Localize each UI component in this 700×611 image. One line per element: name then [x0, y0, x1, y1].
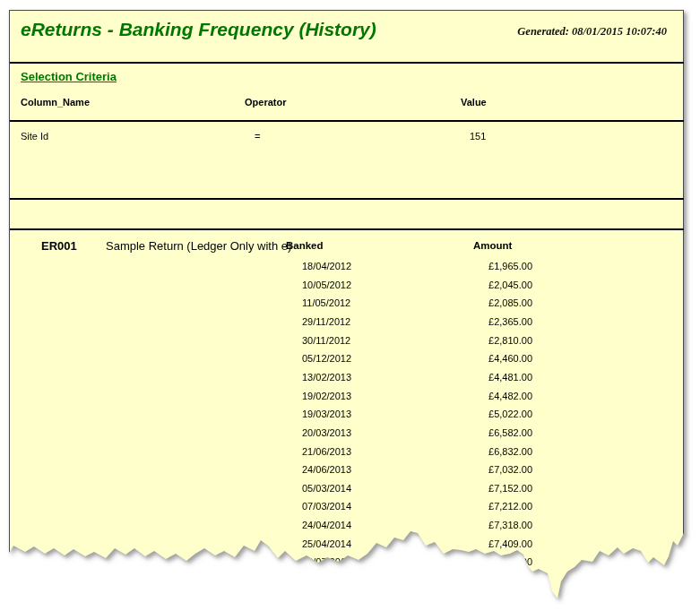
banked-date-cell: 18/04/2012	[302, 261, 351, 271]
amount-cell: £4,481.00	[461, 372, 532, 383]
banked-date-cell: 07/03/2014	[302, 501, 351, 512]
amount-cell: £7,032.00	[461, 464, 532, 475]
divider-section-top	[10, 198, 685, 200]
report-page-shadow: eReturns - Banking Frequency (History) G…	[0, 0, 700, 611]
amount-cell: £2,045.00	[461, 280, 532, 290]
banked-date-cell: 19/03/2013	[302, 409, 351, 419]
banked-date-cell: 13/02/2013	[302, 372, 351, 383]
table-row: 13/02/2013 £4,481.00	[10, 372, 685, 390]
table-row: 24/04/2014 £7,318.00	[10, 520, 685, 538]
amount-cell: £7,152.00	[461, 483, 532, 494]
amount-cell: £7,509.00	[461, 556, 532, 567]
banked-date-cell: 20/03/2013	[302, 427, 351, 438]
table-row: 24/06/2013 £7,032.00	[10, 464, 685, 482]
table-row: 05/12/2012 £4,460.00	[10, 353, 685, 371]
banked-date-cell: 05/03/2014	[302, 483, 351, 494]
table-row: 18/04/2012 £1,965.00	[10, 261, 685, 279]
column-header-operator: Operator	[245, 97, 286, 108]
divider-criteria-header	[10, 120, 685, 122]
banked-date-cell: 25/04/2014	[302, 538, 351, 549]
amount-cell: £6,832.00	[461, 446, 532, 457]
table-row: 19/02/2013 £4,482.00	[10, 391, 685, 409]
banked-date-cell: 10/05/2012	[302, 280, 351, 290]
return-code: ER001	[41, 239, 77, 253]
table-row: 29/11/2012 £2,365.00	[10, 316, 685, 334]
amount-cell: £1,965.00	[461, 261, 532, 271]
table-row: 05/03/2014 £7,152.00	[10, 483, 685, 501]
amount-cell: £5,022.00	[461, 409, 532, 419]
table-row: 11/05/2012 £2,085.00	[10, 297, 685, 315]
amount-cell: £2,085.00	[461, 297, 532, 308]
amount-cell: £7,318.00	[461, 520, 532, 530]
amount-cell: £2,810.00	[461, 335, 532, 346]
generated-timestamp: Generated: 08/01/2015 10:07:40	[517, 25, 667, 39]
column-header-value: Value	[461, 97, 487, 108]
column-header-column-name: Column_Name	[21, 97, 90, 108]
banked-date-cell: 24/06/2013	[302, 464, 351, 475]
table-row: 21/06/2013 £6,832.00	[10, 446, 685, 464]
table-row: 10/05/2012 £2,045.00	[10, 280, 685, 297]
table-row: 19/03/2013 £5,022.00	[10, 409, 685, 426]
banked-date-cell: 21/06/2013	[302, 446, 351, 457]
table-row: 07/03/2014 £7,212.00	[10, 501, 685, 519]
banked-date-cell: 05/12/2012	[302, 353, 351, 364]
divider-header	[10, 62, 685, 64]
banked-date-cell: 11/05/2012	[302, 297, 350, 308]
table-row: 30/07/2014 £7,509.00	[10, 556, 685, 574]
amount-cell: £7,409.00	[461, 538, 532, 549]
table-header-amount: Amount	[473, 240, 512, 251]
banked-date-cell: 30/07/2014	[302, 556, 351, 567]
amount-cell: £7,212.00	[461, 501, 532, 512]
amount-cell: £4,482.00	[461, 391, 532, 401]
table-row: 25/04/2014 £7,409.00	[10, 538, 685, 556]
table-row: 20/03/2013 £6,582.00	[10, 427, 685, 445]
criteria-operator: =	[255, 131, 260, 142]
table-row: 30/11/2012 £2,810.00	[10, 335, 685, 353]
banked-date-cell: 30/11/2012	[302, 335, 350, 346]
divider-section-bottom	[10, 228, 685, 230]
criteria-value: 151	[470, 131, 486, 142]
criteria-column-name: Site Id	[21, 131, 48, 142]
page-title: eReturns - Banking Frequency (History)	[21, 19, 376, 40]
return-name: Sample Return (Ledger Only with e)	[106, 239, 291, 253]
banked-date-cell: 29/11/2012	[302, 316, 350, 327]
banked-date-cell: 19/02/2013	[302, 391, 351, 401]
amount-cell: £2,365.00	[461, 316, 532, 327]
amount-cell: £4,460.00	[461, 353, 532, 364]
selection-criteria-link[interactable]: Selection Criteria	[21, 70, 117, 83]
banked-date-cell: 24/04/2014	[302, 520, 351, 530]
report-page: eReturns - Banking Frequency (History) G…	[9, 10, 684, 601]
amount-cell: £6,582.00	[461, 427, 532, 438]
